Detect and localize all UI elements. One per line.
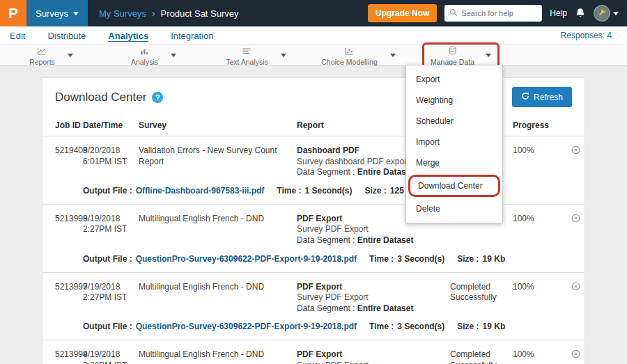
chevron-down-icon bbox=[613, 12, 619, 15]
cancel-job-icon[interactable] bbox=[571, 282, 580, 294]
toolbar-item-analysis[interactable]: Analysis bbox=[102, 45, 205, 66]
tab-edit[interactable]: Edit bbox=[10, 31, 25, 41]
tab-integration[interactable]: Integration bbox=[171, 31, 213, 41]
output-file-link[interactable]: Offline-Dashboard-967583-iii.pdf bbox=[136, 186, 265, 196]
help-search-box[interactable] bbox=[444, 5, 542, 22]
tab-analytics[interactable]: Analytics bbox=[108, 31, 148, 41]
col-header-job-id: Job ID bbox=[42, 120, 83, 130]
time-label: Time : bbox=[369, 254, 394, 264]
toolbar-item-label: Reports bbox=[29, 58, 55, 66]
download-center-panel: Download Center ? Refresh Job ID Date/Ti… bbox=[42, 77, 585, 364]
toolbar-item-label: Analysis bbox=[131, 58, 158, 66]
menu-item-weighting[interactable]: Weighting bbox=[406, 90, 502, 111]
output-file-link[interactable]: QuestionPro-Survey-6309622-PDF-Export-9-… bbox=[136, 322, 357, 331]
cancel-job-icon[interactable] bbox=[571, 349, 580, 362]
menu-item-export[interactable]: Export bbox=[406, 69, 502, 90]
job-id-cell: 5219408 bbox=[42, 145, 83, 178]
table-row: 5213998 9/19/2018 2:27PM IST Multilingua… bbox=[42, 205, 585, 246]
data-segment: Data Segment : Entire Dataset bbox=[297, 303, 443, 315]
datetime-cell: 9/19/2018 2:27PM IST bbox=[83, 282, 139, 315]
refresh-label: Refresh bbox=[534, 93, 563, 102]
help-link[interactable]: Help bbox=[550, 8, 567, 18]
progress-cell: 100% bbox=[513, 349, 558, 364]
breadcrumb-current-survey: Product Sat Survey bbox=[161, 8, 239, 19]
job-id-cell: 5213997 bbox=[42, 282, 83, 315]
content-area: Download Center ? Refresh Job ID Date/Ti… bbox=[0, 66, 627, 364]
output-file-link[interactable]: QuestionPro-Survey-6309622-PDF-Export-9-… bbox=[136, 254, 357, 264]
data-segment: Data Segment : Entire Dataset bbox=[297, 235, 443, 246]
chevron-down-icon bbox=[68, 54, 73, 57]
survey-cell: Multilingual English French - DND bbox=[139, 214, 297, 246]
toolbar-item-reports[interactable]: Reports bbox=[0, 45, 102, 66]
progress-cell: 100% bbox=[513, 214, 558, 246]
survey-cell: Multilingual English French - DND bbox=[139, 282, 297, 315]
analytics-toolbar: Reports Analysis Text Analysis Choice Mo… bbox=[0, 45, 627, 66]
surveys-menu-label: Surveys bbox=[36, 8, 68, 19]
chevron-down-icon bbox=[281, 54, 286, 57]
time-label: Time : bbox=[369, 322, 394, 331]
app-logo[interactable]: P bbox=[0, 0, 26, 26]
report-cell: PDF Export Survey PDF Export Data Segmen… bbox=[297, 349, 450, 364]
time-value: 3 Second(s) bbox=[397, 254, 444, 264]
data-segment-label: Data Segment : bbox=[297, 235, 355, 245]
data-segment-label: Data Segment : bbox=[297, 303, 355, 313]
chevron-down-icon bbox=[73, 12, 79, 15]
survey-cell: Validation Errors - New Survey Count Rep… bbox=[139, 145, 297, 178]
breadcrumb: My Surveys › Product Sat Survey bbox=[99, 8, 239, 19]
panel-header: Download Center ? Refresh bbox=[42, 78, 585, 115]
page-title: Download Center bbox=[55, 90, 146, 104]
menu-item-scheduler[interactable]: Scheduler bbox=[406, 111, 502, 132]
menu-item-delete[interactable]: Delete bbox=[406, 198, 502, 219]
size-value: 19 Kb bbox=[483, 254, 506, 264]
status-cell: Completed Successfully bbox=[450, 282, 513, 315]
report-desc: Survey PDF Export bbox=[297, 361, 443, 364]
avatar bbox=[594, 5, 610, 22]
scatter-chart-icon bbox=[344, 45, 354, 58]
text-lines-icon bbox=[242, 45, 251, 58]
output-file-row: Output File : Offline-Dashboard-967583-i… bbox=[42, 178, 585, 205]
size-label: Size : bbox=[457, 254, 479, 264]
status-cell: Completed Successfully bbox=[450, 349, 513, 364]
bar-chart-icon bbox=[139, 45, 149, 58]
responses-count[interactable]: Responses: 4 bbox=[561, 31, 617, 40]
menu-item-merge[interactable]: Merge bbox=[406, 152, 502, 173]
topbar-right-group: Upgrade Now Help bbox=[368, 4, 627, 22]
line-chart-icon bbox=[37, 45, 47, 58]
menu-item-download-center[interactable]: Download Center bbox=[410, 177, 498, 195]
help-icon[interactable]: ? bbox=[152, 92, 163, 103]
refresh-button[interactable]: Refresh bbox=[512, 87, 572, 107]
output-file-label: Output File : bbox=[83, 322, 132, 331]
time-value: 1 Second(s) bbox=[304, 186, 352, 196]
cancel-job-icon[interactable] bbox=[571, 214, 580, 226]
tab-distribute[interactable]: Distribute bbox=[47, 31, 86, 41]
progress-cell: 100% bbox=[513, 282, 558, 315]
table-row: 5213997 9/19/2018 2:27PM IST Multilingua… bbox=[42, 273, 585, 315]
toolbar-item-label: Choice Modelling bbox=[321, 58, 378, 66]
account-menu[interactable] bbox=[594, 5, 619, 22]
size-value: 19 Kb bbox=[483, 322, 506, 331]
output-file-label: Output File : bbox=[83, 254, 132, 264]
col-header-survey: Survey bbox=[139, 120, 297, 130]
upgrade-now-button[interactable]: Upgrade Now bbox=[368, 4, 437, 22]
table-header-row: Job ID Date/Time Survey Report Progress bbox=[42, 115, 585, 136]
job-id-cell: 5213994 bbox=[42, 349, 83, 364]
toolbar-item-text-analysis[interactable]: Text Analysis bbox=[205, 45, 307, 66]
jobs-table: Job ID Date/Time Survey Report Progress … bbox=[42, 115, 585, 364]
datetime-cell: 9/19/2018 2:27PM IST bbox=[83, 214, 139, 246]
manage-data-dropdown: Export Weighting Scheduler Import Merge … bbox=[405, 65, 503, 223]
section-tab-bar: Edit Distribute Analytics Integration Re… bbox=[0, 26, 627, 45]
breadcrumb-my-surveys[interactable]: My Surveys bbox=[99, 8, 146, 19]
toolbar-item-choice-modelling[interactable]: Choice Modelling bbox=[307, 45, 410, 66]
size-label: Size : bbox=[457, 322, 479, 331]
data-segment-label: Data Segment : bbox=[297, 167, 355, 177]
datetime-cell: 9/20/2018 6:01PM IST bbox=[83, 145, 139, 178]
surveys-menu[interactable]: Surveys bbox=[26, 0, 88, 26]
output-file-row: Output File : QuestionPro-Survey-6309622… bbox=[42, 246, 585, 273]
report-title: PDF Export bbox=[297, 282, 443, 293]
report-cell: PDF Export Survey PDF Export Data Segmen… bbox=[297, 282, 450, 315]
menu-item-import[interactable]: Import bbox=[406, 132, 502, 152]
notifications-bell-icon[interactable] bbox=[575, 8, 586, 19]
cancel-job-icon[interactable] bbox=[571, 145, 580, 158]
search-input[interactable] bbox=[461, 9, 537, 17]
chevron-down-icon bbox=[486, 54, 491, 57]
